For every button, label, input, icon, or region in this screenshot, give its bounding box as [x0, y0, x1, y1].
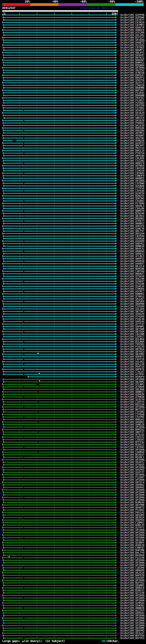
alignment-bar[interactable] — [4, 630, 115, 631]
alignment-bar[interactable] — [3, 402, 115, 402]
alignment-bar[interactable] — [4, 525, 115, 526]
alignment-bar[interactable] — [3, 274, 115, 274]
alignment-bar[interactable] — [3, 166, 115, 166]
alignment-bar[interactable] — [4, 366, 115, 367]
alignment-bar[interactable] — [4, 585, 115, 586]
alignment-bar[interactable] — [4, 321, 115, 322]
alignment-bar[interactable] — [4, 118, 115, 118]
alignment-bar[interactable] — [4, 608, 115, 608]
alignment-bar[interactable] — [3, 437, 115, 438]
alignment-bar[interactable] — [3, 278, 115, 279]
alignment-bar[interactable] — [4, 434, 115, 435]
alignment-bar[interactable] — [3, 243, 115, 244]
alignment-bar[interactable] — [3, 196, 115, 196]
alignment-bar[interactable] — [3, 542, 115, 543]
alignment-bar[interactable] — [3, 625, 115, 626]
alignment-bar[interactable] — [3, 25, 115, 25]
alignment-bar[interactable] — [4, 314, 115, 314]
alignment-bar[interactable] — [4, 600, 115, 601]
alignment-bar[interactable] — [3, 296, 115, 297]
alignment-bar[interactable] — [4, 102, 115, 103]
alignment-bar[interactable] — [3, 522, 115, 523]
alignment-bar[interactable] — [4, 291, 115, 292]
alignment-bar[interactable] — [3, 422, 115, 422]
alignment-bar[interactable] — [3, 490, 115, 490]
alignment-bar[interactable] — [3, 304, 115, 304]
alignment-bar[interactable] — [4, 419, 115, 420]
alignment-bar[interactable] — [4, 27, 115, 28]
alignment-bar[interactable] — [3, 190, 115, 191]
alignment-bar[interactable] — [4, 494, 115, 495]
alignment-bar[interactable] — [4, 163, 115, 164]
alignment-bar[interactable] — [3, 256, 115, 256]
alignment-bar[interactable] — [4, 125, 115, 126]
alignment-bar[interactable] — [3, 233, 115, 234]
alignment-bar[interactable] — [4, 223, 115, 224]
alignment-bar[interactable] — [3, 500, 115, 500]
alignment-bar[interactable] — [3, 168, 115, 168]
alignment-bar[interactable] — [3, 319, 115, 319]
alignment-bar[interactable] — [4, 170, 115, 171]
alignment-bar[interactable] — [4, 42, 115, 43]
alignment-bar[interactable] — [3, 399, 115, 400]
alignment-bar[interactable] — [3, 484, 115, 485]
alignment-bar[interactable] — [3, 470, 115, 470]
alignment-bar[interactable] — [4, 404, 115, 405]
alignment-bar[interactable] — [3, 150, 115, 151]
alignment-bar[interactable] — [3, 198, 115, 199]
alignment-bar[interactable] — [4, 623, 115, 624]
alignment-bar[interactable] — [3, 62, 115, 63]
alignment-bar[interactable] — [4, 208, 115, 209]
alignment-bar[interactable] — [3, 590, 115, 591]
alignment-bar[interactable] — [3, 100, 115, 101]
alignment-bar[interactable] — [3, 108, 115, 108]
alignment-bar[interactable] — [3, 512, 115, 513]
alignment-bar[interactable] — [3, 281, 115, 282]
alignment-bar[interactable] — [3, 552, 115, 553]
alignment-bar[interactable] — [3, 620, 115, 621]
alignment-bar[interactable] — [4, 389, 115, 390]
alignment-bar[interactable] — [3, 128, 115, 128]
alignment-bar[interactable] — [3, 266, 115, 266]
alignment-bar[interactable] — [4, 502, 115, 503]
alignment-bar[interactable] — [3, 354, 115, 354]
alignment-bar[interactable] — [3, 467, 115, 468]
alignment-bar[interactable] — [3, 482, 115, 483]
alignment-bar[interactable] — [3, 78, 115, 78]
alignment-bar[interactable] — [3, 228, 115, 229]
alignment-bar[interactable] — [3, 497, 115, 498]
alignment-bar[interactable] — [3, 92, 115, 93]
alignment-bar[interactable] — [3, 334, 115, 334]
alignment-bar[interactable] — [3, 598, 115, 598]
alignment-bar[interactable] — [3, 349, 115, 350]
alignment-bar[interactable] — [3, 286, 115, 287]
alignment-bar[interactable] — [3, 379, 115, 380]
alignment-bar[interactable] — [3, 447, 115, 448]
alignment-bar[interactable] — [3, 176, 115, 176]
alignment-bar[interactable] — [3, 364, 115, 364]
alignment-bar[interactable] — [3, 582, 115, 583]
alignment-bar[interactable] — [3, 70, 115, 70]
alignment-bar[interactable] — [3, 30, 115, 30]
alignment-bar[interactable] — [4, 246, 115, 246]
alignment-bar[interactable] — [3, 558, 115, 558]
alignment-bar[interactable] — [3, 37, 115, 38]
alignment-bar[interactable] — [3, 460, 115, 460]
alignment-bar[interactable] — [4, 562, 115, 563]
alignment-bar[interactable] — [3, 75, 115, 76]
alignment-bar[interactable] — [4, 231, 115, 232]
alignment-bar[interactable] — [3, 462, 115, 462]
alignment-bar[interactable] — [4, 359, 115, 360]
alignment-bar[interactable] — [4, 306, 115, 307]
alignment-bar[interactable] — [4, 480, 115, 480]
alignment-bar[interactable] — [4, 472, 115, 473]
alignment-bar[interactable] — [3, 98, 115, 98]
alignment-bar[interactable] — [3, 324, 115, 324]
alignment-bar[interactable] — [3, 226, 115, 226]
alignment-bar[interactable] — [3, 628, 115, 628]
alignment-bar[interactable] — [4, 155, 115, 156]
alignment-bar[interactable] — [3, 610, 115, 611]
alignment-bar[interactable] — [3, 560, 115, 560]
alignment-bar[interactable] — [3, 414, 115, 415]
alignment-bar[interactable] — [3, 394, 115, 395]
